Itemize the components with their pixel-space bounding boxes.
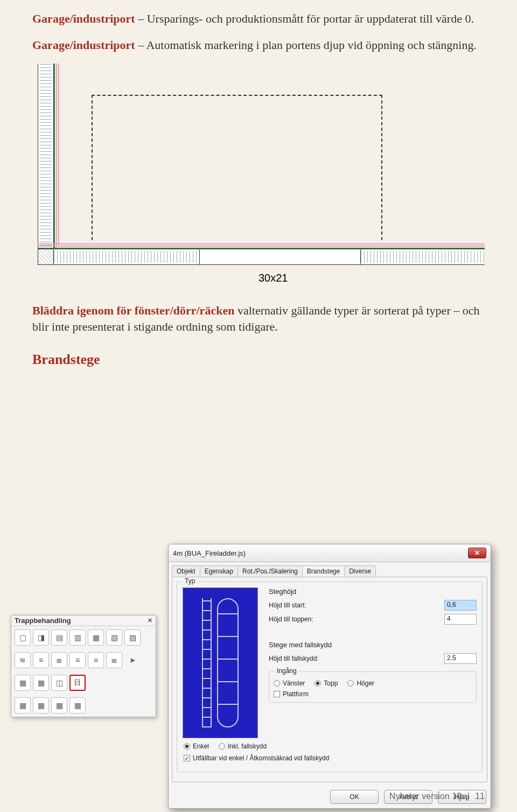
ladder-cage-icon xyxy=(217,598,239,727)
pink-line-v2 xyxy=(58,64,59,244)
ladder-icon xyxy=(202,598,212,727)
paragraph-2: Garage/industriport – Automatisk markeri… xyxy=(32,37,485,54)
paragraph-3: Bläddra igenom för fönster/dörr/räcken v… xyxy=(32,303,485,336)
para2-lead: Garage/industriport xyxy=(32,38,135,52)
hatch-vertical xyxy=(40,64,52,249)
tool-icon[interactable]: ▦ xyxy=(33,697,49,713)
checkbox-plattform[interactable]: Plattform xyxy=(274,690,472,698)
dialog-title: 4m (BUA_Fireladder.js) xyxy=(173,549,246,557)
fields-column: Steghöjd Höjd till start: 0,6 Höjd till … xyxy=(263,587,477,738)
palette-titlebar[interactable]: Trappbehandling ✕ xyxy=(11,615,156,626)
tool-icon[interactable]: ▦ xyxy=(33,675,49,691)
tab-rot-pos-skalering[interactable]: Rot./Pos./Skalering xyxy=(237,565,303,577)
footer-page: 11 xyxy=(475,792,485,801)
palette-title: Trappbehandling xyxy=(15,617,71,625)
tool-icon[interactable]: ◫ xyxy=(51,675,67,691)
tab-objekt[interactable]: Objekt xyxy=(172,565,200,577)
tool-icon[interactable]: ▦ xyxy=(15,675,31,691)
radio-icon xyxy=(315,680,321,687)
fire-ladder-tool-icon[interactable]: 目 xyxy=(69,675,86,691)
palette-row-3: ▦ ▦ ◫ 目 xyxy=(11,671,156,694)
footer-text: Nyheter version 10 xyxy=(389,792,462,801)
hojd-topp-label: Höjd till toppen: xyxy=(269,615,444,623)
door-swing-dashed xyxy=(92,95,382,240)
green-line-v xyxy=(54,64,55,249)
plan-drawing: 30x21 xyxy=(32,64,485,290)
tool-icon[interactable]: ▨ xyxy=(124,629,141,646)
legend-ingang: Ingång xyxy=(275,667,299,675)
dialog-tabs: Objekt Egenskap Rot./Pos./Skalering Bran… xyxy=(172,565,487,577)
para2-rest: – Automatisk markering i plan portens dj… xyxy=(135,38,477,52)
checkbox-icon: ✓ xyxy=(184,755,190,761)
wall-corner xyxy=(38,249,54,265)
radio-vanster-label: Vänster xyxy=(283,680,305,687)
close-icon[interactable]: ✕ xyxy=(148,617,152,624)
checkbox-icon xyxy=(274,691,280,697)
hojd-fallskydd-input[interactable]: 2.5 xyxy=(444,653,477,664)
tool-icon[interactable]: ≡ xyxy=(69,652,86,668)
palette-row-1: ▢ ◨ ▤ ▥ ▦ ▧ ▨ xyxy=(11,626,156,649)
tool-icon[interactable]: ◨ xyxy=(33,629,49,646)
radio-icon xyxy=(219,743,225,750)
legend-typ: Typ xyxy=(183,577,197,585)
plattform-label: Plattform xyxy=(283,690,309,698)
hojd-fallskydd-label: Höjd till fallskydd: xyxy=(269,655,444,662)
tool-icon[interactable]: ▢ xyxy=(15,629,31,646)
tool-icon[interactable]: ▥ xyxy=(69,629,86,646)
radio-hoger-label: Höger xyxy=(357,680,374,687)
utfallbar-label: Utfällbar vid enkel / Åtkomstsäkrad vid … xyxy=(193,754,329,762)
ladder-preview xyxy=(183,587,258,738)
tool-icon[interactable]: ▦ xyxy=(51,697,67,713)
radio-vanster[interactable]: Vänster xyxy=(274,680,305,687)
tool-icon[interactable]: ▦ xyxy=(69,697,86,713)
pink-line-h2 xyxy=(38,243,485,244)
dialog-body: Typ Steghöjd Höjd till start: 0,6 Höjd t… xyxy=(172,577,487,782)
inkl-fallskydd-label: Inkl. fallskydd xyxy=(228,743,267,750)
tool-icon[interactable]: ▧ xyxy=(106,629,122,646)
door-opening xyxy=(199,249,361,265)
pink-line-v1 xyxy=(56,64,57,247)
tool-icon[interactable]: ≣ xyxy=(51,652,67,668)
heading-brandstege: Brandstege xyxy=(32,352,485,368)
checkbox-utfallbar[interactable]: ✓ Utfällbar vid enkel / Åtkomstsäkrad vi… xyxy=(184,754,476,762)
hojd-start-input[interactable]: 0,6 xyxy=(444,600,477,611)
dialog-titlebar[interactable]: 4m (BUA_Fireladder.js) ✕ xyxy=(169,544,491,562)
palette-row-2: ≋ ≡ ≣ ≡ ≡ ≣ ➤ xyxy=(11,649,156,671)
tab-brandstege[interactable]: Brandstege xyxy=(302,565,345,577)
radio-icon xyxy=(184,743,190,750)
hojd-topp-input[interactable]: 4 xyxy=(444,614,477,625)
radio-enkel[interactable]: Enkel xyxy=(184,743,209,750)
group-ingang: Ingång Vänster Topp xyxy=(269,671,477,703)
dimension-label: 30x21 xyxy=(258,272,288,284)
cursor-icon[interactable]: ➤ xyxy=(124,652,141,668)
palette-row-4: ▦ ▦ ▦ ▦ xyxy=(11,694,156,717)
tool-icon[interactable]: ≣ xyxy=(106,652,122,668)
radio-hoger[interactable]: Höger xyxy=(347,680,374,687)
fire-ladder-dialog: 4m (BUA_Fireladder.js) ✕ Objekt Egenskap… xyxy=(168,544,491,809)
radio-topp-label: Topp xyxy=(324,680,338,687)
steghojd-heading: Steghöjd xyxy=(269,587,477,596)
radio-icon xyxy=(274,680,280,687)
tool-icon[interactable]: ▦ xyxy=(88,629,104,646)
page-footer: Nyheter version 10 | 11 xyxy=(389,792,485,801)
tool-icon[interactable]: ≡ xyxy=(33,652,49,668)
tool-icon[interactable]: ▦ xyxy=(15,697,31,713)
radio-topp[interactable]: Topp xyxy=(315,680,338,687)
para1-rest: – Ursparings- och produktionsmått för po… xyxy=(135,12,474,25)
radio-inkl-fallskydd[interactable]: Inkl. fallskydd xyxy=(219,743,267,750)
toolbar-palette: Trappbehandling ✕ ▢ ◨ ▤ ▥ ▦ ▧ ▨ ≋ ≡ ≣ ≡ … xyxy=(11,615,156,717)
pink-line-h1 xyxy=(38,246,485,247)
tool-icon[interactable]: ▤ xyxy=(51,629,67,646)
tool-icon[interactable]: ≡ xyxy=(88,652,104,668)
tab-egenskap[interactable]: Egenskap xyxy=(200,565,238,577)
para1-lead: Garage/industriport xyxy=(32,12,135,25)
tool-icon[interactable]: ≋ xyxy=(15,652,31,668)
footer-separator-icon: | xyxy=(467,792,470,801)
radio-icon xyxy=(347,680,354,687)
hojd-start-label: Höjd till start: xyxy=(269,601,444,609)
ok-button[interactable]: OK xyxy=(330,790,379,804)
close-button[interactable]: ✕ xyxy=(468,548,486,558)
enkel-label: Enkel xyxy=(193,743,209,750)
fallskydd-heading: Stege med fallskydd xyxy=(269,641,477,649)
tab-diverse[interactable]: Diverse xyxy=(344,565,376,577)
